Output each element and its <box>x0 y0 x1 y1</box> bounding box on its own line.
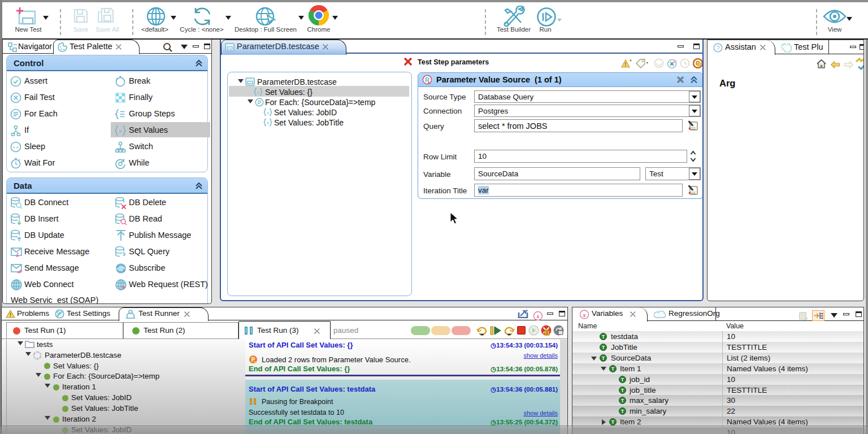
svg-text:x: x <box>257 90 259 95</box>
svg-text:x: x <box>119 127 122 134</box>
svg-text:x: x <box>266 110 269 115</box>
svg-text:x: x <box>266 120 269 125</box>
svg-text:x: x <box>583 311 586 318</box>
svg-text:?: ? <box>716 45 719 51</box>
svg-text:x: x <box>536 313 540 319</box>
